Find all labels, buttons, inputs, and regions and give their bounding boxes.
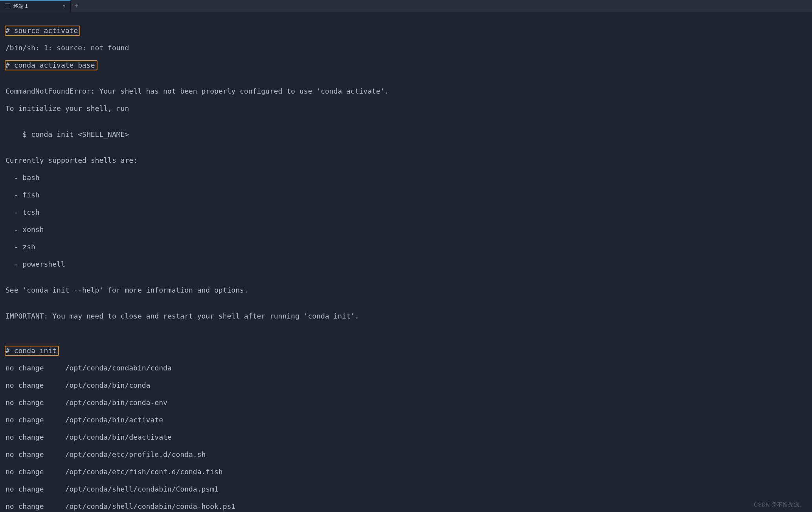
output-line: no change /opt/conda/bin/activate: [6, 416, 806, 424]
output-line: Currently supported shells are:: [6, 156, 806, 165]
output-line: no change /opt/conda/etc/profile.d/conda…: [6, 450, 806, 459]
output-line: no change /opt/conda/shell/condabin/Cond…: [6, 485, 806, 494]
output-line: $ conda init <SHELL_NAME>: [6, 130, 806, 139]
output-line: no change /opt/conda/etc/fish/conf.d/con…: [6, 468, 806, 476]
output-line: - tcsh: [6, 208, 806, 217]
output-line: no change /opt/conda/bin/deactivate: [6, 433, 806, 442]
output-line: - zsh: [6, 243, 806, 251]
output-line: To initialize your shell, run: [6, 104, 806, 113]
terminal-output[interactable]: # source activate /bin/sh: 1: source: no…: [0, 12, 812, 512]
output-line: - xonsh: [6, 225, 806, 234]
output-line: IMPORTANT: You may need to close and res…: [6, 312, 806, 320]
tab-bar: 终端 1 × +: [0, 0, 812, 12]
tab-terminal-1[interactable]: 终端 1 ×: [0, 0, 71, 12]
highlighted-command-3: # conda init: [5, 346, 59, 356]
tab-label: 终端 1: [13, 3, 28, 10]
highlighted-command-1: # source activate: [5, 26, 80, 36]
output-line: - fish: [6, 191, 806, 199]
highlighted-command-2: # conda activate base: [5, 60, 97, 70]
output-line: - powershell: [6, 260, 806, 269]
output-line: /bin/sh: 1: source: not found: [6, 44, 806, 52]
terminal-window: 终端 1 × + # source activate /bin/sh: 1: s…: [0, 0, 812, 512]
output-line: no change /opt/conda/bin/conda: [6, 381, 806, 390]
output-line: no change /opt/conda/shell/condabin/cond…: [6, 502, 806, 511]
output-line: no change /opt/conda/condabin/conda: [6, 364, 806, 372]
new-tab-button[interactable]: +: [71, 0, 82, 12]
terminal-icon: [5, 4, 10, 9]
watermark: CSDN @不撸先疯。: [754, 500, 805, 509]
output-line: See 'conda init --help' for more informa…: [6, 286, 806, 295]
output-line: CommandNotFoundError: Your shell has not…: [6, 87, 806, 96]
close-icon[interactable]: ×: [62, 4, 66, 9]
output-line: no change /opt/conda/bin/conda-env: [6, 398, 806, 407]
output-line: - bash: [6, 173, 806, 182]
